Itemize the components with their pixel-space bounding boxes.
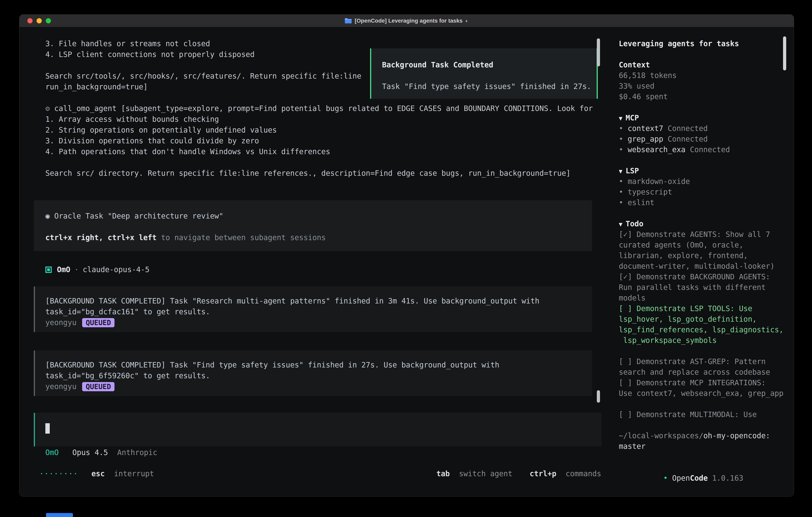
text-cursor — [46, 423, 50, 434]
lsp-section: ▼LSP •markdown-oxide •typescript •eslint — [619, 166, 794, 208]
mcp-section: ▼MCP •context7Connected •grep_appConnect… — [619, 113, 794, 155]
mcp-item-name: grep_app — [628, 135, 663, 143]
traffic-lights — [27, 15, 51, 27]
mcp-section-header[interactable]: ▼MCP — [619, 113, 794, 123]
lsp-section-header[interactable]: ▼LSP — [619, 166, 794, 176]
chevron-down-icon: ▼ — [619, 115, 622, 122]
agent-name: OmO — [57, 264, 70, 275]
todo-line: search and replace across codebase — [619, 367, 794, 377]
lsp-item: •markdown-oxide — [619, 176, 794, 187]
scrollbar-thumb[interactable] — [597, 390, 600, 403]
message-author: yeongyu — [46, 381, 77, 392]
toast-title: Background Task Completed — [382, 60, 597, 71]
app-window: [OpenCode] Leveraging agents for tasks ◐… — [19, 15, 794, 497]
lsp-item-name: eslint — [628, 198, 655, 207]
tool-call-line: 1. Array access without bounds checking — [46, 114, 610, 125]
todo-section: ▼Todo [✓] Demonstrate AGENTS: Show all 7… — [619, 219, 794, 420]
todo-line: [ ] Demonstrate MCP INTEGRATIONS: — [619, 377, 794, 388]
sidebar-scrollbar-thumb[interactable] — [783, 36, 786, 71]
agent-model: claude-opus-4-5 — [83, 264, 149, 275]
todo-header-label: Todo — [626, 219, 643, 228]
todo-item: [ ] Demonstrate LSP TOOLS: Use lsp_hover… — [619, 303, 794, 346]
bullet-icon: • — [619, 177, 623, 186]
queued-badge: QUEUED — [82, 382, 115, 391]
todo-line: [ ] Demonstrate AST-GREP: Pattern — [619, 356, 794, 367]
mcp-item-name: context7 — [628, 124, 663, 133]
zoom-button[interactable] — [46, 18, 51, 23]
oracle-title: Oracle Task "Deep architecture review" — [54, 212, 223, 220]
agent-icon — [46, 267, 52, 273]
model-status-line: OmO Opus 4.5 Anthropic — [46, 447, 610, 458]
todo-item: [ ] Demonstrate MCP INTEGRATIONS: Use co… — [619, 377, 794, 399]
tool-call-line — [46, 157, 610, 168]
status-left: ········ esc interrupt — [39, 468, 154, 479]
window-title-wrap: [OpenCode] Leveraging agents for tasks ◐ — [345, 18, 468, 24]
tool-call-line: ⚙ call_omo_agent [subagent_type=explore,… — [46, 103, 610, 114]
message-line: [BACKGROUND TASK COMPLETED] Task "Resear… — [46, 296, 592, 306]
mcp-item: •grep_appConnected — [619, 134, 794, 144]
tool-call-line: 3. Division operations that could divide… — [46, 136, 610, 146]
bullet-icon: • — [619, 188, 623, 196]
model-name: Opus 4.5 — [72, 448, 108, 457]
close-button[interactable] — [27, 18, 33, 23]
prompt-input[interactable] — [34, 413, 602, 446]
oracle-task-panel[interactable]: ◉ Oracle Task "Deep architecture review"… — [34, 200, 592, 251]
tool-call-line: 4. Path operations that don't handle Win… — [46, 146, 610, 157]
esc-key-label: interrupt — [114, 469, 154, 478]
blank-line — [382, 71, 597, 81]
lsp-header-label: LSP — [626, 166, 639, 175]
message-footer: yeongyu QUEUED — [46, 381, 592, 392]
queued-badge: QUEUED — [82, 318, 115, 327]
todo-item: [✓] Demonstrate BACKGROUND AGENTS: Run p… — [619, 272, 794, 303]
blank-line — [46, 221, 592, 232]
workspace-branch: master — [619, 441, 794, 452]
todo-section-header[interactable]: ▼Todo — [619, 219, 794, 229]
terminal-pane[interactable]: 3. File handles or streams not closed 4.… — [19, 27, 610, 496]
chevron-down-icon: ▼ — [619, 168, 622, 175]
mcp-header-label: MCP — [626, 113, 639, 122]
separator-dot: · — [74, 264, 79, 275]
toast-body: Task "Find type safety issues" finished … — [382, 81, 597, 92]
active-agent-label: OmO — [46, 448, 59, 457]
lsp-item-name: markdown-oxide — [628, 177, 690, 186]
session-title: Leveraging agents for tasks — [619, 38, 794, 49]
scrollbar-thumb[interactable] — [597, 38, 600, 66]
tab-key-hint: tab — [436, 469, 450, 478]
app-version-footer: •OpenCode1.0.163 — [619, 462, 794, 473]
todo-item: [ ] Demonstrate AST-GREP: Pattern search… — [619, 356, 794, 377]
lsp-item: •typescript — [619, 187, 794, 197]
titlebar: [OpenCode] Leveraging agents for tasks ◐ — [19, 15, 794, 27]
message-author: yeongyu — [46, 317, 77, 328]
todo-line: [✓] Demonstrate AGENTS: Show all 7 — [619, 229, 794, 240]
todo-line: models — [619, 293, 794, 303]
tool-call-block: ⚙ call_omo_agent [subagent_type=explore,… — [46, 103, 610, 179]
tab-key-label: switch agent — [459, 469, 512, 478]
workspace-path: ~/local-workspaces/oh-my-opencode: maste… — [619, 430, 794, 452]
todo-line: [ ] Demonstrate LSP TOOLS: Use — [619, 303, 794, 314]
minimize-button[interactable] — [36, 18, 42, 23]
bullet-icon: • — [619, 198, 623, 207]
tool-call-line: 2. String operations on potentially unde… — [46, 125, 610, 136]
oracle-title-line: ◉ Oracle Task "Deep architecture review" — [46, 211, 592, 221]
message-line: task_id="bg_dcfac161" to get results. — [46, 306, 592, 317]
activity-icon: ◐ — [465, 18, 468, 24]
background-task-message: [BACKGROUND TASK COMPLETED] Task "Resear… — [34, 287, 592, 332]
context-used: 33% used — [619, 81, 794, 91]
spinner-dots: ········ — [39, 469, 78, 478]
message-footer: yeongyu QUEUED — [46, 317, 592, 328]
lsp-item-name: typescript — [628, 188, 672, 196]
record-icon: ◉ — [46, 212, 54, 220]
message-line: [BACKGROUND TASK COMPLETED] Task "Find t… — [46, 360, 592, 371]
chevron-down-icon: ▼ — [619, 221, 622, 228]
app-name-prefix: Open — [672, 474, 690, 483]
dock-fragment — [46, 513, 73, 517]
context-section: Context 66,518 tokens 33% used $0.46 spe… — [619, 60, 794, 102]
bullet-icon: • — [619, 145, 623, 154]
app-version: 1.0.163 — [712, 474, 743, 483]
status-right: tab switch agent ctrl+p commands — [436, 468, 601, 479]
todo-line: Run parallel tasks with different — [619, 282, 794, 293]
background-task-toast[interactable]: Background Task Completed Task "Find typ… — [370, 48, 598, 99]
scrollback-line: 3. File handles or streams not closed — [46, 38, 610, 49]
bullet-icon: • — [619, 135, 623, 143]
agent-header: OmO · claude-opus-4-5 — [46, 264, 610, 275]
